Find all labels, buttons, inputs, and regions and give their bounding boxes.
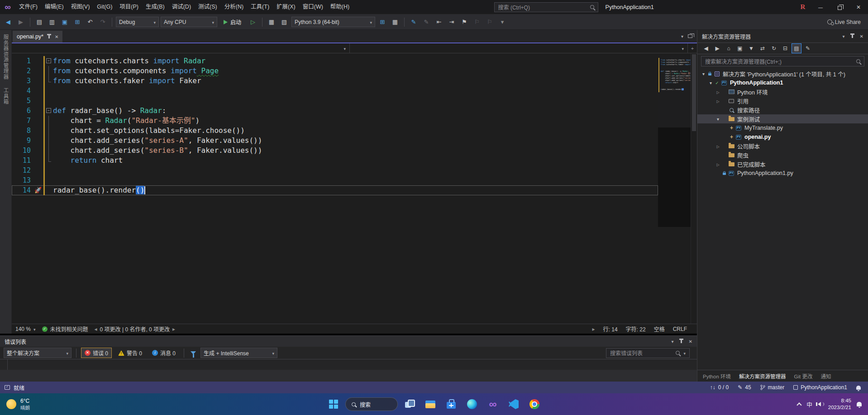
code-line[interactable]: 12 (12, 165, 658, 175)
menu-item[interactable]: 分析(N) (221, 0, 247, 14)
close-button[interactable] (849, 0, 868, 14)
edit-marker-icon[interactable]: ✎ (421, 17, 432, 28)
collapse-region-icon[interactable] (46, 58, 51, 63)
menu-item[interactable]: 编辑(E) (41, 0, 67, 14)
tree-item[interactable]: 引用 (697, 96, 868, 105)
repository-status[interactable]: PythonApplication1 (793, 384, 847, 391)
tree-item[interactable]: PYPythonApplication1 (697, 78, 868, 87)
tree-item[interactable]: PYMyTranslate.py (697, 123, 868, 132)
chevron-down-icon[interactable] (672, 338, 674, 344)
git-branch-status[interactable]: master (760, 384, 785, 391)
tree-item[interactable]: Python 环境 (697, 87, 868, 96)
fold-margin[interactable] (45, 106, 53, 116)
code-line[interactable]: 5 (12, 96, 658, 106)
tree-item[interactable]: 案例测试 (697, 114, 868, 123)
error-source-dropdown[interactable]: 生成 + IntelliSense (200, 348, 277, 358)
close-icon[interactable] (689, 338, 692, 344)
git-changes-info[interactable]: 0 项更改 | 0 名作者, 0 项更改 (95, 325, 176, 333)
panel-tab-Git 更改[interactable]: Git 更改 (794, 373, 813, 380)
navigate-backward-icon[interactable]: ◀ (701, 44, 711, 53)
warnings-filter-button[interactable]: 警告 0 (114, 348, 146, 358)
menu-item[interactable]: 窗口(W) (299, 0, 327, 14)
chevron-down-icon[interactable] (843, 33, 845, 39)
pin-icon[interactable] (48, 35, 50, 38)
code-line[interactable]: 2from cutecharts.components import Page (12, 66, 658, 76)
undo-icon[interactable]: ↶ (85, 17, 95, 28)
r-extension-icon[interactable]: R (795, 3, 811, 11)
expanded-arrow-icon[interactable] (715, 116, 721, 122)
run-cell-rocket-icon[interactable]: 🚀 (33, 185, 43, 195)
show-all-files-icon[interactable]: ▤ (792, 43, 801, 53)
collapsed-arrow-icon[interactable] (715, 161, 721, 167)
home-icon[interactable]: ⌂ (724, 44, 734, 53)
collapsed-arrow-icon[interactable] (715, 89, 721, 95)
python-interpreter-dropdown[interactable]: Python 3.9 (64-bit) (291, 17, 375, 27)
code-line[interactable]: 11 return chart (12, 156, 658, 165)
indentation-indicator[interactable]: 空格 (654, 325, 665, 333)
severity-column-header[interactable] (0, 359, 8, 370)
background-tasks-icon[interactable] (5, 385, 10, 390)
code-line[interactable]: 7 chart = Radar("Radar-基本示例") (12, 116, 658, 126)
nav-forward-icon[interactable]: ▶ (15, 17, 26, 28)
menu-item[interactable]: 工具(T) (247, 0, 273, 14)
menu-item[interactable]: 文件(F) (15, 0, 41, 14)
previous-bookmark-icon[interactable]: ⚐ (472, 17, 482, 28)
panel-tab-通知[interactable]: 通知 (820, 373, 831, 380)
refresh-icon[interactable]: ↻ (769, 44, 779, 53)
collapse-all-icon[interactable]: ⊟ (780, 44, 790, 53)
menu-item[interactable]: 测试(S) (195, 0, 221, 14)
errors-filter-button[interactable]: 错误 0 (81, 348, 112, 358)
solution-configurations-dropdown[interactable]: Debug (116, 17, 159, 27)
code-line[interactable]: 1from cutecharts.charts import Radar (12, 56, 658, 66)
filter-icon[interactable] (191, 351, 196, 354)
solution-explorer-search-input[interactable]: 搜索解决方案资源管理器(Ctrl+;) (701, 56, 864, 66)
tree-item[interactable]: 解决方案 'PythonApplication1' (1 个项目, 共 1 个) (697, 69, 868, 78)
save-all-icon[interactable]: ⊞ (72, 17, 83, 28)
split-window-handle[interactable] (688, 43, 697, 53)
menu-item[interactable]: 扩展(X) (273, 0, 299, 14)
minimap[interactable]: from cutecharts.charts import Radarfrom … (658, 53, 691, 324)
vertical-scrollbar[interactable] (691, 53, 697, 324)
switch-views-icon[interactable]: ▣ (735, 44, 745, 53)
line-indicator[interactable]: 行: 14 (603, 325, 618, 333)
tree-item[interactable]: 爬虫 (697, 151, 868, 160)
tree-item[interactable]: PYopenai.py (697, 132, 868, 141)
tree-item[interactable]: 搜索路径 (697, 105, 868, 114)
pin-icon[interactable] (852, 34, 853, 38)
open-file-icon[interactable]: ▥ (47, 17, 57, 28)
quick-search-input[interactable]: 搜索 (Ctrl+Q) (494, 2, 598, 12)
navbar-scope-dropdown[interactable] (12, 43, 350, 53)
navbar-member-dropdown[interactable] (350, 43, 688, 53)
tree-item[interactable]: 公司脚本 (697, 141, 868, 151)
edit-marker-blue-icon[interactable]: ✎ (408, 17, 419, 28)
pin-icon[interactable] (681, 340, 682, 343)
visual-studio-button[interactable] (484, 395, 502, 413)
document-tab-openai[interactable]: openai.py* (13, 31, 62, 42)
pending-edits-status[interactable]: ✎ 45 (738, 384, 751, 391)
tree-item[interactable]: 已完成脚本 (697, 160, 868, 169)
menu-item[interactable]: 生成(B) (142, 0, 168, 14)
pending-changes-filter-icon[interactable]: ▼ (746, 44, 756, 53)
taskbar-search-button[interactable]: 搜索 (345, 397, 398, 411)
code-line[interactable]: 14🚀radar_base().render() (12, 185, 658, 195)
menu-item[interactable]: 视图(V) (67, 0, 94, 14)
solution-platforms-dropdown[interactable]: Any CPU (161, 17, 217, 27)
microsoft-store-button[interactable] (442, 395, 460, 413)
code-line[interactable]: 6def radar_base() -> Radar: (12, 106, 658, 116)
collapsed-arrow-icon[interactable] (715, 98, 721, 104)
notification-center-icon[interactable] (857, 402, 862, 406)
line-ending-indicator[interactable]: CRLF (673, 326, 687, 332)
redo-icon[interactable]: ↷ (97, 17, 108, 28)
sync-with-active-document-icon[interactable]: ⇄ (758, 44, 768, 53)
diagnostics-icon[interactable]: ▧ (279, 17, 290, 28)
collapse-region-icon[interactable] (46, 108, 51, 113)
live-share-button[interactable]: Live Share (827, 19, 865, 25)
menu-item[interactable]: 调试(D) (168, 0, 195, 14)
save-icon[interactable]: ▣ (59, 17, 70, 28)
indent-increase-icon[interactable]: ⇥ (446, 17, 457, 28)
code-area[interactable]: 1from cutecharts.charts import Radar2fro… (12, 53, 658, 324)
code-line[interactable]: 8 chart.set_options(labels=Faker.choose(… (12, 126, 658, 136)
new-file-icon[interactable]: ▤ (34, 17, 45, 28)
minimize-button[interactable] (811, 0, 830, 14)
start-debugging-button[interactable]: 启动 (219, 17, 246, 28)
